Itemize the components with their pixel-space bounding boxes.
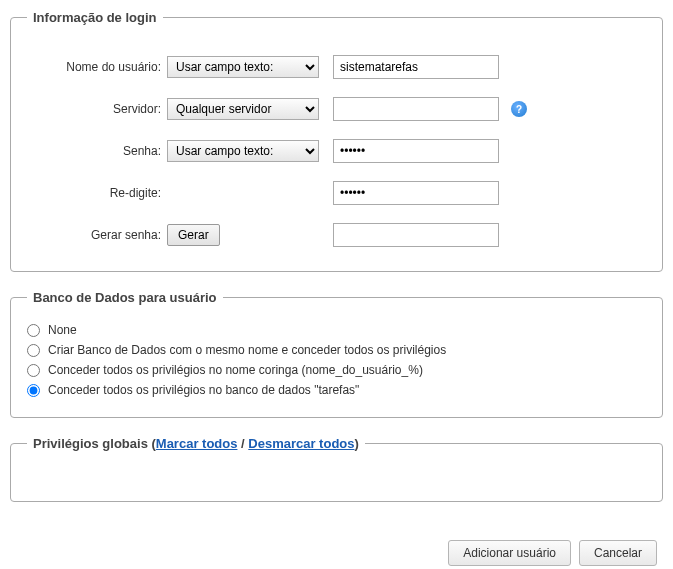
footer: Adicionar usuário Cancelar — [10, 520, 663, 569]
username-input[interactable] — [333, 55, 499, 79]
gp-legend-suffix: ) — [355, 436, 359, 451]
password-input[interactable] — [333, 139, 499, 163]
cancel-button[interactable]: Cancelar — [579, 540, 657, 566]
login-info-legend: Informação de login — [27, 10, 163, 25]
username-mode-select[interactable]: Usar campo texto: — [167, 56, 319, 78]
username-row: Nome do usuário: Usar campo texto: — [27, 55, 646, 79]
server-input[interactable] — [333, 97, 499, 121]
server-row: Servidor: Qualquer servidor ? — [27, 97, 646, 121]
generate-row: Gerar senha: Gerar — [27, 223, 646, 247]
global-privileges-legend: Privilégios globais (Marcar todos / Desm… — [27, 436, 365, 451]
db-option-create-label: Criar Banco de Dados com o mesmo nome e … — [48, 343, 446, 357]
db-radio-wildcard[interactable] — [27, 364, 40, 377]
generate-output[interactable] — [333, 223, 499, 247]
help-icon[interactable]: ? — [511, 101, 527, 117]
db-option-specific-label: Conceder todos os privilégios no banco d… — [48, 383, 359, 397]
db-option-wildcard-label: Conceder todos os privilégios no nome co… — [48, 363, 423, 377]
db-radio-create[interactable] — [27, 344, 40, 357]
gp-legend-prefix: Privilégios globais ( — [33, 436, 156, 451]
password-mode-select[interactable]: Usar campo texto: — [167, 140, 319, 162]
uncheck-all-link[interactable]: Desmarcar todos — [248, 436, 354, 451]
login-info-fieldset: Informação de login Nome do usuário: Usa… — [10, 10, 663, 272]
generate-label: Gerar senha: — [27, 228, 167, 242]
password-label: Senha: — [27, 144, 167, 158]
db-option-none[interactable]: None — [27, 323, 646, 337]
server-mode-select[interactable]: Qualquer servidor — [167, 98, 319, 120]
gp-sep: / — [237, 436, 248, 451]
db-radio-none[interactable] — [27, 324, 40, 337]
retype-label: Re-digite: — [27, 186, 167, 200]
db-option-none-label: None — [48, 323, 77, 337]
db-fieldset: Banco de Dados para usuário None Criar B… — [10, 290, 663, 418]
check-all-link[interactable]: Marcar todos — [156, 436, 238, 451]
retype-row: Re-digite: — [27, 181, 646, 205]
username-label: Nome do usuário: — [27, 60, 167, 74]
add-user-button[interactable]: Adicionar usuário — [448, 540, 571, 566]
db-option-specific[interactable]: Conceder todos os privilégios no banco d… — [27, 383, 646, 397]
db-option-wildcard[interactable]: Conceder todos os privilégios no nome co… — [27, 363, 646, 377]
db-radio-specific[interactable] — [27, 384, 40, 397]
db-legend: Banco de Dados para usuário — [27, 290, 223, 305]
server-label: Servidor: — [27, 102, 167, 116]
generate-button[interactable]: Gerar — [167, 224, 220, 246]
password-row: Senha: Usar campo texto: — [27, 139, 646, 163]
retype-input[interactable] — [333, 181, 499, 205]
global-privileges-fieldset: Privilégios globais (Marcar todos / Desm… — [10, 436, 663, 502]
db-option-create[interactable]: Criar Banco de Dados com o mesmo nome e … — [27, 343, 646, 357]
